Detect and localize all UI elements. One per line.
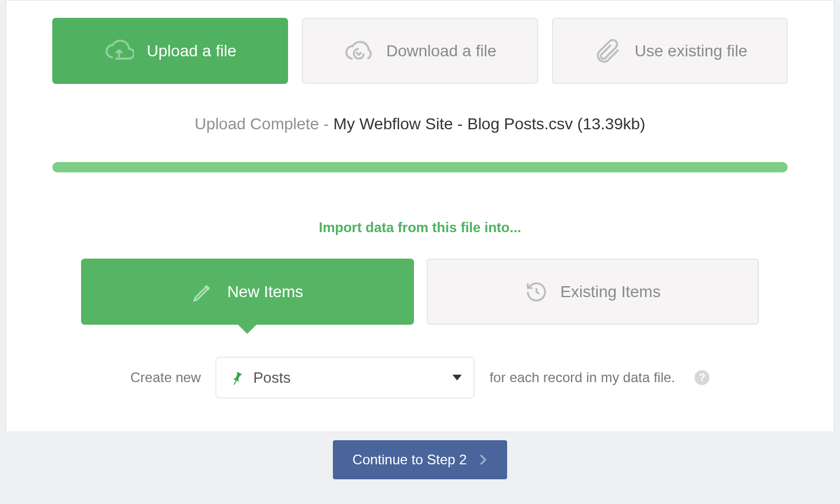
existing-items-tab-label: Existing Items [561,283,661,301]
paperclip-icon [592,36,622,66]
new-items-tab[interactable]: New Items [81,259,414,325]
cloud-upload-icon [104,36,134,66]
chevron-right-icon [478,453,488,466]
target-tabs: New Items Existing Items [81,259,759,325]
create-new-row: Create new Posts for each record in my d… [52,357,788,398]
wizard-footer: Continue to Step 2 [0,440,840,479]
upload-status-line: Upload Complete - My Webflow Site - Blog… [52,115,788,133]
existing-file-tab-label: Use existing file [635,42,747,60]
upload-status-separator: - [319,115,333,133]
upload-file-tab-label: Upload a file [147,42,236,60]
source-tabs: Upload a file Download a file Use existi… [52,18,788,84]
help-icon[interactable]: ? [695,370,709,385]
cloud-download-icon [344,36,374,66]
create-new-suffix: for each record in my data file. [489,370,675,386]
existing-items-tab[interactable]: Existing Items [427,259,760,325]
upload-file-tab[interactable]: Upload a file [52,18,288,84]
import-wizard-card: Upload a file Download a file Use existi… [6,0,834,432]
continue-button-label: Continue to Step 2 [352,452,467,468]
pin-icon [229,370,245,386]
new-items-tab-label: New Items [227,283,303,301]
download-file-tab-label: Download a file [386,42,496,60]
upload-status-filename: My Webflow Site - Blog Posts.csv [333,115,573,133]
continue-button[interactable]: Continue to Step 2 [333,440,507,479]
upload-progress-bar [52,162,788,172]
import-heading: Import data from this file into... [52,220,788,236]
upload-status-size: (13.39kb) [577,115,645,133]
existing-file-tab[interactable]: Use existing file [552,18,788,84]
upload-status-prefix: Upload Complete [195,115,319,133]
pencil-icon [191,280,214,303]
download-file-tab[interactable]: Download a file [302,18,538,84]
collection-select-wrap: Posts [216,357,474,398]
create-new-prefix: Create new [131,370,201,386]
history-icon [525,280,548,303]
collection-select-value: Posts [253,369,290,387]
collection-select[interactable]: Posts [216,357,474,398]
caret-down-icon [452,375,462,380]
